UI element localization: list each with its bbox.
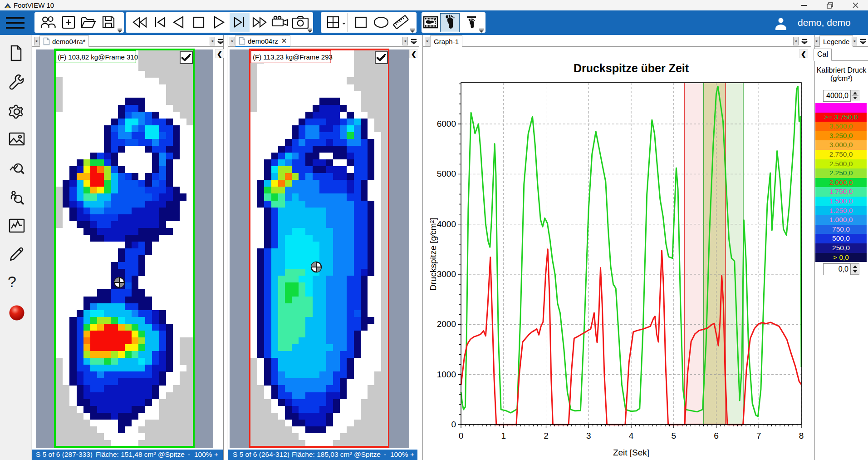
- svg-text:0: 0: [459, 431, 464, 440]
- svg-text:2000: 2000: [437, 319, 456, 329]
- svg-text:Zeit [Sek]: Zeit [Sek]: [613, 448, 649, 457]
- svg-text:2: 2: [544, 431, 549, 440]
- svg-text:(F) 113,23 kg@Frame 293: (F) 113,23 kg@Frame 293: [253, 53, 333, 61]
- svg-text:1000: 1000: [437, 370, 456, 379]
- svg-text:7: 7: [756, 431, 761, 440]
- svg-text:4: 4: [629, 431, 634, 440]
- svg-text:1: 1: [501, 431, 506, 440]
- svg-text:8: 8: [799, 431, 804, 440]
- svg-text:5: 5: [672, 431, 677, 440]
- svg-text:3000: 3000: [437, 269, 456, 279]
- svg-text:6000: 6000: [437, 119, 456, 129]
- svg-text:(F) 103,82 kg@Frame 310: (F) 103,82 kg@Frame 310: [58, 53, 138, 61]
- svg-text:5000: 5000: [437, 169, 456, 178]
- svg-text:Druckspitze über Zeit: Druckspitze über Zeit: [574, 62, 689, 74]
- svg-text:Druckspitze [g⁄cm²]: Druckspitze [g⁄cm²]: [428, 218, 438, 291]
- svg-text:4000: 4000: [437, 219, 456, 229]
- svg-text:3: 3: [586, 431, 591, 440]
- svg-text:6: 6: [714, 431, 719, 440]
- svg-text:0: 0: [451, 420, 456, 429]
